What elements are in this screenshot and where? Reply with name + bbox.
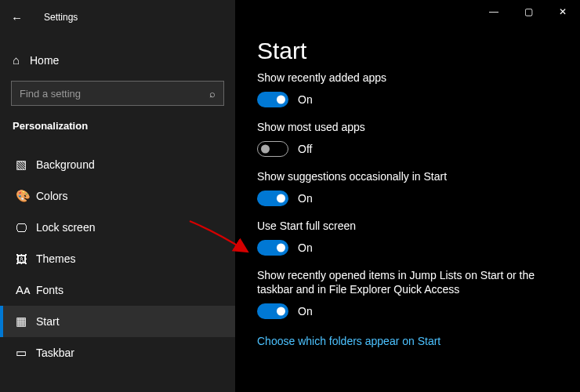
sidebar-item-label: Background	[36, 158, 95, 171]
maximize-button[interactable]: ▢	[511, 0, 546, 24]
nav-home[interactable]: ⌂ Home	[0, 45, 235, 74]
sidebar-item-colors[interactable]: 🎨 Colors	[0, 180, 235, 212]
toggle-show-most-used[interactable]	[257, 141, 288, 157]
toggle-state: On	[298, 241, 313, 254]
nav-list: ▧ Background 🎨 Colors 🖵 Lock screen 🖼 Th…	[0, 149, 235, 368]
minimize-button[interactable]: —	[477, 0, 511, 24]
toggle-state: On	[298, 305, 313, 318]
search-input[interactable]: Find a setting ⌕	[11, 81, 224, 106]
taskbar-icon: ▭	[16, 346, 36, 360]
toggle-show-recently-added[interactable]	[257, 92, 288, 107]
sidebar-item-lock-screen[interactable]: 🖵 Lock screen	[0, 212, 235, 243]
option-label: Show recently added apps	[257, 71, 558, 85]
search-placeholder: Find a setting	[20, 88, 81, 100]
option-label: Show recently opened items in Jump Lists…	[257, 268, 558, 298]
back-button[interactable]: ←	[11, 11, 30, 24]
search-wrap: Find a setting ⌕	[11, 81, 224, 106]
sidebar-item-start[interactable]: ▦ Start	[0, 306, 235, 337]
sidebar-item-label: Fonts	[36, 284, 63, 296]
option-label: Show most used apps	[257, 120, 558, 135]
toggle-state: On	[298, 93, 313, 106]
main-panel: Start Show recently added apps On Show m…	[235, 0, 580, 392]
sidebar-item-label: Themes	[36, 252, 76, 265]
toggle-state: Off	[298, 143, 312, 155]
start-icon: ▦	[16, 314, 36, 328]
option-show-suggestions: Show suggestions occasionally in Start O…	[257, 169, 558, 206]
sidebar-item-themes[interactable]: 🖼 Themes	[0, 243, 235, 274]
option-jump-lists: Show recently opened items in Jump Lists…	[257, 268, 558, 320]
sidebar-item-fonts[interactable]: Aᴀ Fonts	[0, 274, 235, 306]
app-title: Settings	[44, 12, 78, 23]
toggle-jump-lists[interactable]	[257, 303, 288, 319]
picture-icon: ▧	[16, 158, 36, 172]
themes-icon: 🖼	[16, 252, 36, 266]
home-icon: ⌂	[13, 53, 30, 67]
window-controls: — ▢ ✕	[477, 0, 580, 24]
titlebar: ← Settings	[0, 5, 235, 30]
option-show-recently-added: Show recently added apps On	[257, 71, 558, 107]
sidebar-item-taskbar[interactable]: ▭ Taskbar	[0, 337, 235, 368]
option-show-most-used: Show most used apps Off	[257, 120, 558, 157]
sidebar-item-label: Taskbar	[36, 347, 74, 359]
option-use-fullscreen: Use Start full screen On	[257, 219, 558, 256]
sidebar-item-label: Colors	[36, 190, 67, 202]
toggle-state: On	[298, 192, 313, 205]
page-title: Start	[257, 38, 558, 64]
search-icon: ⌕	[209, 88, 216, 100]
category-label: Personalization	[0, 115, 235, 140]
toggle-use-fullscreen[interactable]	[257, 240, 288, 256]
palette-icon: 🎨	[16, 189, 36, 203]
sidebar-item-background[interactable]: ▧ Background	[0, 149, 235, 180]
sidebar: ← Settings ⌂ Home Find a setting ⌕ Perso…	[0, 0, 235, 392]
monitor-icon: 🖵	[16, 221, 36, 234]
settings-window: ← Settings ⌂ Home Find a setting ⌕ Perso…	[0, 0, 580, 392]
choose-folders-link[interactable]: Choose which folders appear on Start	[257, 335, 440, 347]
close-button[interactable]: ✕	[546, 0, 580, 24]
fonts-icon: Aᴀ	[16, 283, 36, 297]
option-label: Use Start full screen	[257, 219, 558, 234]
toggle-show-suggestions[interactable]	[257, 191, 288, 206]
sidebar-item-label: Lock screen	[36, 221, 95, 234]
nav-home-label: Home	[30, 54, 59, 67]
option-label: Show suggestions occasionally in Start	[257, 169, 558, 184]
sidebar-item-label: Start	[36, 315, 60, 328]
